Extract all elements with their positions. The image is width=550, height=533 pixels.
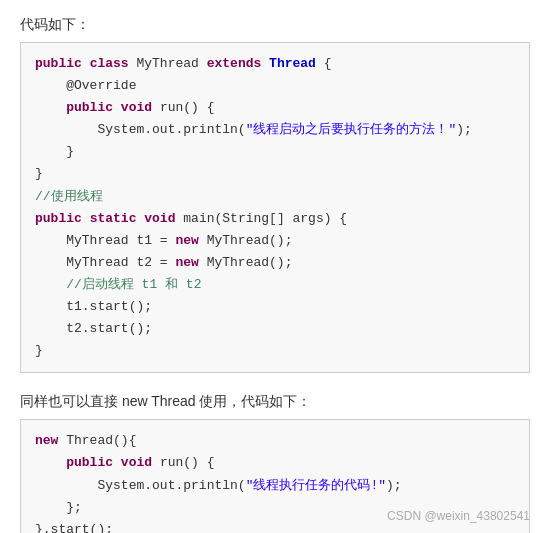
watermark: CSDN @weixin_43802541 xyxy=(387,509,530,523)
section1-label: 代码如下： xyxy=(20,16,530,34)
section2-label: 同样也可以直接 new Thread 使用，代码如下： xyxy=(20,393,530,411)
code-block-1: public class MyThread extends Thread { @… xyxy=(20,42,530,373)
